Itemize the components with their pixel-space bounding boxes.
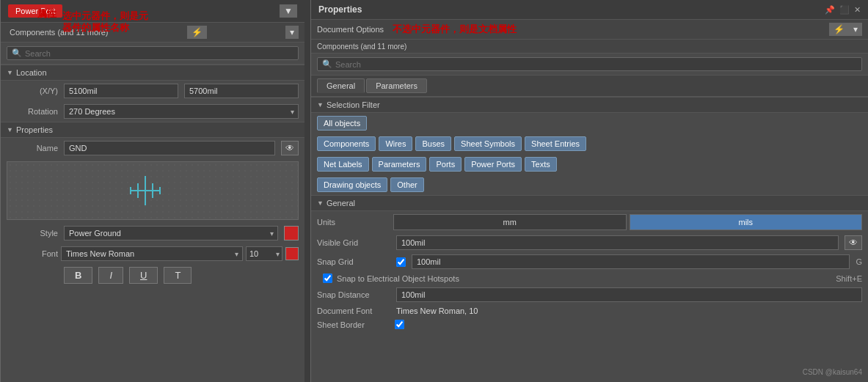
eye-button[interactable]: 👁 [281, 141, 299, 155]
more-options-btn[interactable]: ▾ [285, 26, 299, 39]
selection-arrow-icon: ▼ [317, 101, 324, 109]
rotation-select[interactable]: 270 Degrees [64, 104, 299, 119]
properties-section-label: Properties [16, 125, 53, 134]
right-panel-icons: 📌 ⬛ ✕ [825, 5, 861, 15]
properties-section-header: ▼ Properties [1, 122, 304, 138]
chip-texts[interactable]: Texts [525, 157, 557, 172]
chip-buses[interactable]: Buses [415, 136, 451, 151]
visible-grid-input[interactable] [396, 235, 839, 250]
snap-electrical-checkbox[interactable] [323, 273, 332, 283]
right-panel-title: Properties [318, 4, 362, 15]
doc-font-value: Times New Roman, 10 [396, 306, 478, 315]
font-select-wrapper: Times New Roman [61, 246, 243, 261]
chip-drawing-objects[interactable]: Drawing objects [317, 177, 387, 192]
all-objects-row: All objects [311, 113, 868, 133]
search-icon: 🔍 [12, 48, 22, 58]
snap-electrical-shortcut: Shift+E [836, 274, 862, 283]
left-search-input[interactable] [25, 49, 293, 58]
location-section-header: ▼ Location [1, 65, 304, 81]
strikethrough-button[interactable]: T [164, 267, 192, 284]
snap-distance-row: Snap Distance [311, 285, 868, 304]
right-filter-btn[interactable]: ⚡ [829, 23, 849, 36]
right-filter-label-row: Components (and 11 more) [311, 40, 868, 54]
left-panel-header: Power Port 选中元器件，则是元 器件的属性名称 ▼ [1, 0, 304, 23]
chip-components[interactable]: Components [317, 136, 376, 151]
general-section-label: General [327, 199, 355, 207]
filter-tabs-row: Components (and 11 more) ⚡ ▾ [1, 23, 304, 43]
underline-button[interactable]: U [129, 267, 158, 284]
chip-other[interactable]: Other [390, 177, 424, 192]
preview-svg [109, 169, 197, 213]
csdn-watermark: CSDN @kaisun64 [803, 368, 862, 376]
snap-distance-input[interactable] [396, 287, 862, 302]
x-input[interactable] [64, 84, 178, 98]
general-arrow-icon: ▼ [317, 199, 324, 207]
snap-grid-checkbox[interactable] [396, 257, 406, 267]
right-filter-label: Components (and 11 more) [317, 43, 406, 51]
chip-net-labels[interactable]: Net Labels [317, 157, 369, 172]
power-port-tab[interactable]: Power Port [8, 4, 62, 18]
style-color-swatch[interactable] [284, 226, 299, 240]
font-color-swatch[interactable] [285, 247, 299, 260]
chip-sheet-entries[interactable]: Sheet Entries [525, 136, 586, 151]
chip-power-ports[interactable]: Power Ports [464, 157, 522, 172]
font-size-select-wrapper: 10 [246, 246, 282, 261]
filter-icon-btn[interactable]: ⚡ [187, 26, 207, 39]
name-field-label: Name [7, 144, 58, 153]
snap-distance-label: Snap Distance [317, 290, 390, 299]
filter-button[interactable]: ▼ [280, 4, 297, 18]
name-input[interactable] [64, 141, 275, 155]
pin-icon[interactable]: 📌 [825, 5, 835, 15]
all-objects-btn[interactable]: All objects [317, 116, 367, 131]
sheet-border-checkbox[interactable] [395, 320, 404, 329]
panel-header-icons: ▼ [280, 4, 297, 18]
popout-icon[interactable]: ⬛ [839, 5, 850, 15]
left-properties-panel: 属性 Power Port 选中元器件，则是元 器件的属性名称 ▼ Compon… [0, 0, 304, 382]
tab-parameters[interactable]: Parameters [366, 78, 427, 93]
right-search-input[interactable] [335, 60, 857, 69]
location-arrow-icon: ▼ [7, 69, 13, 76]
close-icon[interactable]: ✕ [854, 5, 861, 15]
right-panel-header: Properties 📌 ⬛ ✕ [311, 0, 868, 20]
name-row: Name 👁 [1, 138, 304, 158]
filter-chips-row-2: Net Labels Parameters Ports Power Ports … [311, 154, 868, 175]
tab-general[interactable]: General [317, 78, 365, 93]
selection-filter-label: Selection Filter [327, 100, 380, 109]
style-label: Style [7, 229, 58, 238]
mm-btn[interactable]: mm [393, 214, 627, 230]
doc-options-label: Document Options [317, 25, 384, 34]
y-input[interactable] [184, 84, 299, 98]
right-search-row: 🔍 [311, 54, 868, 76]
italic-button[interactable]: I [98, 267, 123, 284]
units-label: Units [317, 218, 390, 227]
font-select[interactable]: Times New Roman [61, 246, 243, 261]
general-section-header: ▼ General [311, 195, 868, 211]
right-search-wrapper: 🔍 [317, 57, 862, 71]
doc-options-row: Document Options 不选中元器件，则是文档属性 ⚡ ▾ [311, 20, 868, 40]
snap-electrical-row: Snap to Electrical Object Hotspots Shift… [311, 271, 868, 285]
right-properties-panel: Properties 📌 ⬛ ✕ Document Options 不选中元器件… [310, 0, 868, 382]
snap-grid-label: Snap Grid [317, 257, 390, 266]
chip-wires[interactable]: Wires [379, 136, 412, 151]
style-select[interactable]: Power Ground [64, 226, 278, 240]
symbol-preview [7, 161, 299, 220]
bold-button[interactable]: B [64, 267, 92, 284]
right-annotation-area: 不选中元器件，则是文档属性 [393, 23, 829, 36]
mils-btn[interactable]: mils [630, 214, 863, 230]
right-annotation-text: 不选中元器件，则是文档属性 [393, 23, 517, 34]
rotation-label: Rotation [7, 107, 58, 116]
visible-grid-eye-btn[interactable]: 👁 [845, 235, 862, 250]
right-more-btn[interactable]: ▾ [849, 23, 862, 36]
chip-sheet-symbols[interactable]: Sheet Symbols [454, 136, 522, 151]
chip-ports[interactable]: Ports [429, 157, 462, 172]
style-row: Style Power Ground [1, 223, 304, 243]
snap-grid-row: Snap Grid G [311, 252, 868, 271]
chip-parameters[interactable]: Parameters [372, 157, 427, 172]
doc-font-row: Document Font Times New Roman, 10 [311, 304, 868, 317]
font-size-select[interactable]: 10 [246, 246, 282, 261]
snap-grid-shortcut: G [856, 257, 862, 266]
snap-grid-input[interactable] [412, 254, 850, 269]
annotation-line2: 器件的属性名称 [62, 21, 129, 34]
right-search-icon: 🔍 [322, 59, 332, 69]
visible-grid-row: Visible Grid 👁 [311, 233, 868, 252]
